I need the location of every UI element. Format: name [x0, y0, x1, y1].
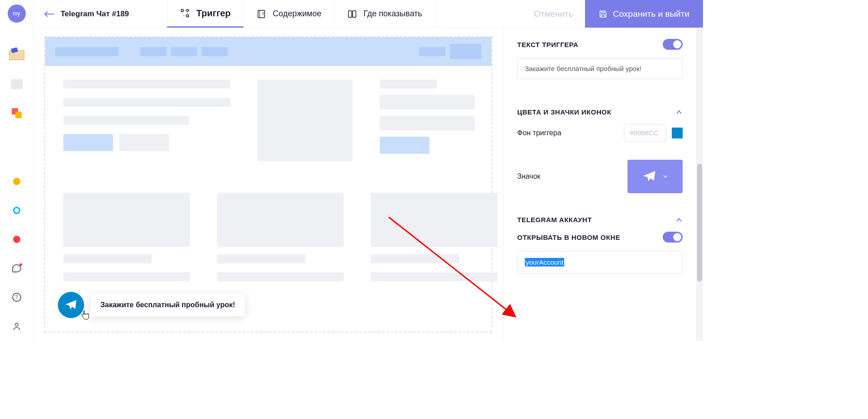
- where-tab-icon: [347, 9, 357, 19]
- trigger-tooltip: Закажите бесплатный пробный урок!: [90, 294, 245, 316]
- tabs: Триггер T Содержимое Где показывать: [167, 0, 435, 28]
- tab-label: Где показывать: [363, 9, 422, 19]
- placeholder: [63, 254, 152, 263]
- placeholder: [380, 80, 437, 89]
- placeholder: [380, 95, 475, 110]
- doc-icon: [11, 79, 23, 89]
- placeholder: [217, 193, 344, 247]
- telegram-icon: [65, 299, 77, 311]
- squares-icon: [12, 108, 22, 118]
- save-label: Сохранить и выйти: [613, 9, 689, 19]
- header-actions: Отменить Сохранить и выйти: [522, 0, 703, 28]
- open-new-window-label: ОТКРЫВАТЬ В НОВОМ ОКНЕ: [517, 233, 620, 241]
- dot-red-icon: [13, 236, 20, 243]
- placeholder: [171, 47, 197, 56]
- preview-canvas[interactable]: Закажите бесплатный пробный урок!: [44, 36, 492, 333]
- account-section-label: TELEGRAM АККАУНТ: [517, 216, 592, 224]
- tab-content[interactable]: T Содержимое: [243, 0, 334, 28]
- nav-squares[interactable]: [9, 105, 25, 121]
- settings-panel: ТЕКСТ ТРИГГЕРА ЦВЕТА И ЗНАЧКИ ИКОНОК Фон…: [503, 28, 696, 341]
- svg-rect-6: [349, 10, 352, 17]
- tab-where[interactable]: Где показывать: [334, 0, 435, 28]
- account-input[interactable]: yourAccount: [517, 251, 683, 274]
- avatar[interactable]: my: [8, 5, 26, 23]
- tab-label: Содержимое: [273, 9, 321, 19]
- header: Telegram Чат #189 Триггер T Содержимое Г…: [33, 0, 703, 28]
- content-tab-icon: T: [256, 9, 266, 19]
- save-button[interactable]: Сохранить и выйти: [585, 0, 703, 28]
- nav-box[interactable]: [9, 47, 25, 63]
- placeholder: [380, 137, 429, 154]
- nav-chat[interactable]: [9, 260, 25, 276]
- nav-status-orange[interactable]: [9, 173, 25, 190]
- chevron-down-icon: [663, 174, 668, 179]
- preview-navbar: [45, 37, 491, 66]
- nav-status-red[interactable]: [9, 231, 25, 248]
- placeholder: [371, 272, 497, 281]
- trigger-tab-icon: [180, 8, 190, 18]
- cancel-button[interactable]: Отменить: [522, 0, 585, 28]
- svg-rect-2: [187, 15, 189, 17]
- nav-docs[interactable]: [9, 76, 25, 92]
- icon-picker[interactable]: [627, 160, 683, 193]
- preview-canvas-wrap: Закажите бесплатный пробный урок!: [33, 28, 503, 341]
- page-title: Telegram Чат #189: [61, 10, 129, 19]
- tab-label: Триггер: [196, 8, 231, 19]
- placeholder: [63, 134, 113, 151]
- placeholder: [371, 254, 459, 263]
- trigger-text-input[interactable]: [517, 58, 683, 79]
- placeholder: [258, 80, 353, 161]
- colors-section-label: ЦВЕТА И ЗНАЧКИ ИКОНОК: [517, 108, 611, 116]
- svg-point-3: [187, 10, 189, 12]
- scrollbar-thumb[interactable]: [697, 164, 702, 281]
- nav-status-blue[interactable]: [9, 202, 25, 219]
- cursor-hand-icon: [80, 310, 90, 322]
- trigger-text-toggle[interactable]: [663, 39, 683, 50]
- account-value-selection: yourAccount: [525, 258, 564, 267]
- placeholder: [140, 47, 166, 56]
- bg-color-input[interactable]: [624, 124, 666, 142]
- bg-color-swatch[interactable]: [672, 128, 683, 138]
- bg-color-label: Фон триггера: [517, 129, 561, 137]
- tab-trigger[interactable]: Триггер: [167, 0, 243, 28]
- placeholder: [371, 193, 497, 247]
- telegram-plane-icon: [642, 169, 656, 184]
- arrow-left-icon: [44, 11, 54, 17]
- placeholder: [202, 47, 228, 56]
- ring-blue-icon: [13, 207, 20, 214]
- placeholder: [380, 116, 475, 130]
- svg-rect-7: [353, 10, 356, 17]
- placeholder: [217, 254, 306, 263]
- chat-icon: [12, 264, 21, 272]
- placeholder: [55, 47, 118, 56]
- nav-profile[interactable]: [9, 318, 25, 334]
- svg-rect-1: [181, 10, 184, 12]
- trigger-text-label: ТЕКСТ ТРИГГЕРА: [517, 41, 578, 48]
- nav-help[interactable]: ?: [9, 289, 25, 305]
- placeholder: [119, 134, 169, 151]
- left-rail: my ?: [0, 0, 33, 341]
- vertical-scrollbar[interactable]: [696, 28, 703, 341]
- open-new-window-toggle[interactable]: [663, 232, 683, 243]
- chevron-up-icon[interactable]: [675, 109, 683, 116]
- preview-body: [45, 66, 491, 304]
- svg-point-0: [15, 323, 18, 326]
- placeholder: [450, 44, 481, 59]
- placeholder: [63, 272, 190, 281]
- back-button[interactable]: Telegram Чат #189: [33, 0, 140, 28]
- help-icon: ?: [12, 293, 21, 302]
- dot-orange-icon: [13, 178, 20, 185]
- placeholder: [217, 272, 344, 281]
- icon-picker-label: Значок: [517, 172, 540, 181]
- box-icon: [9, 50, 24, 60]
- placeholder: [419, 47, 445, 56]
- placeholder: [63, 80, 231, 89]
- placeholder: [63, 98, 231, 107]
- person-icon: [12, 321, 21, 331]
- placeholder: [63, 193, 190, 247]
- svg-text:T: T: [262, 11, 264, 16]
- chevron-up-icon[interactable]: [675, 216, 683, 224]
- placeholder: [63, 116, 189, 125]
- save-icon: [599, 10, 608, 19]
